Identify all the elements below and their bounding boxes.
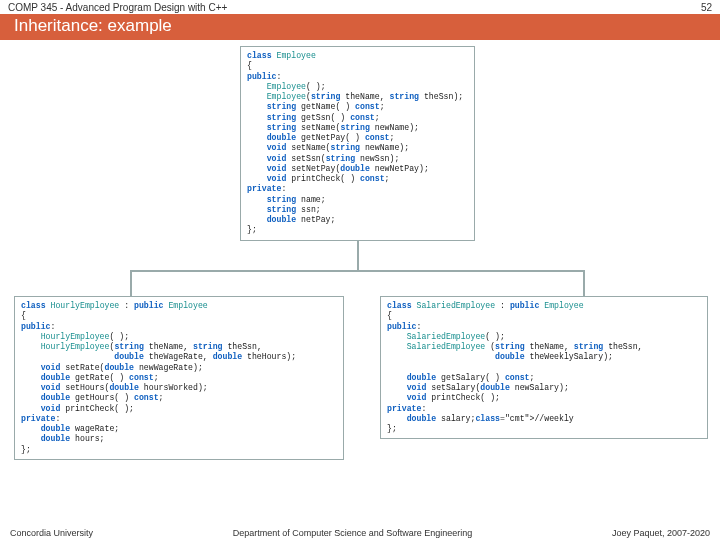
slide-title-text: Inheritance: example bbox=[14, 16, 172, 35]
code-box-employee: class Employee { public: Employee( ); Em… bbox=[240, 46, 475, 241]
code-box-salaried-employee: class SalariedEmployee : public Employee… bbox=[380, 296, 708, 439]
connector-vertical-left bbox=[130, 270, 132, 296]
connector-vertical-right bbox=[583, 270, 585, 296]
connector-vertical-main bbox=[357, 240, 359, 270]
header-bar: COMP 345 - Advanced Program Design with … bbox=[0, 0, 720, 13]
footer-author: Joey Paquet, 2007-2020 bbox=[612, 528, 710, 538]
footer-bar: Concordia University Department of Compu… bbox=[0, 528, 720, 538]
code-box-hourly-employee: class HourlyEmployee : public Employee {… bbox=[14, 296, 344, 460]
page-number: 52 bbox=[701, 2, 712, 13]
slide-title: Inheritance: example bbox=[0, 14, 720, 40]
footer-university: Concordia University bbox=[10, 528, 93, 538]
diagram-area: class Employee { public: Employee( ); Em… bbox=[0, 40, 720, 515]
course-label: COMP 345 - Advanced Program Design with … bbox=[8, 2, 227, 13]
connector-horizontal bbox=[130, 270, 585, 272]
footer-department: Department of Computer Science and Softw… bbox=[233, 528, 473, 538]
